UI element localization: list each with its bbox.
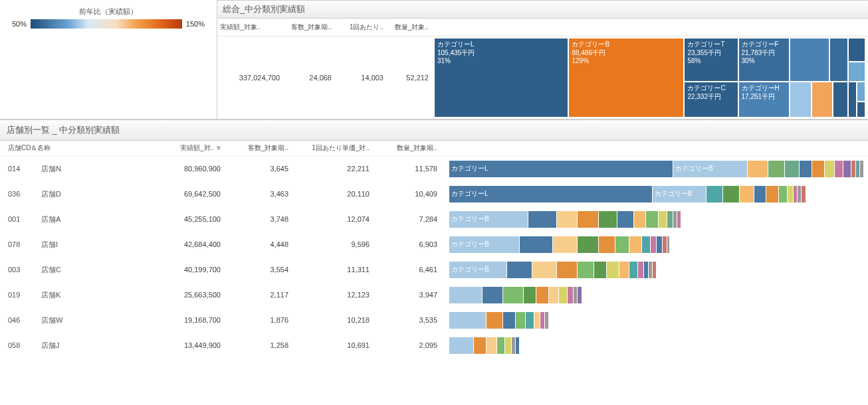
bar-segment[interactable] xyxy=(657,236,663,253)
sort-desc-icon[interactable]: ≡ xyxy=(217,144,221,151)
bar-segment[interactable]: カテゴリーL xyxy=(449,161,673,177)
bar-segment[interactable] xyxy=(526,312,534,329)
head-amount[interactable]: 実績額_対..≡ xyxy=(161,143,229,153)
treemap-cell[interactable] xyxy=(848,82,857,118)
bar-segment[interactable]: カテゴリーL xyxy=(449,186,653,202)
treemap-cell[interactable]: カテゴリーT23,355千円58% xyxy=(684,38,738,82)
bar-segment[interactable] xyxy=(516,312,526,329)
bar-segment[interactable] xyxy=(748,161,768,177)
treemap-cell[interactable]: カテゴリーB88,486千円129% xyxy=(568,38,684,118)
head-cd[interactable]: 店舗CD＆名称 xyxy=(0,143,161,153)
treemap-cell[interactable]: カテゴリーH17,251千円 xyxy=(738,82,790,118)
bar-segment[interactable] xyxy=(449,287,483,303)
summary-treemap[interactable]: カテゴリーL105,435千円31%カテゴリーB88,486千円129%カテゴリ… xyxy=(434,38,865,118)
bar-segment[interactable] xyxy=(740,186,754,202)
treemap-cell[interactable]: カテゴリーF21,783千円30% xyxy=(738,38,790,82)
col-customers[interactable]: 客数_対象期.. xyxy=(282,19,334,36)
bar-segment[interactable] xyxy=(800,161,812,177)
store-row[interactable]: 046店舗W19,168,7001,87610,2183,535 xyxy=(0,307,868,333)
store-row[interactable]: 036店舗D69,642,5003,46320,11010,409カテゴリーLカ… xyxy=(0,181,868,206)
col-amount[interactable]: 実績額_対象.. xyxy=(217,19,282,36)
col-qty[interactable]: 数量_対象.. xyxy=(386,19,431,36)
bar-segment[interactable] xyxy=(667,211,673,228)
col-unitprice[interactable]: 1回あたり.. xyxy=(334,19,386,36)
bar-segment[interactable]: カテゴリーB xyxy=(653,186,706,202)
store-row[interactable]: 019店舗K25,663,5002,11712,1233,947 xyxy=(0,282,868,307)
bar-segment[interactable]: カテゴリーB xyxy=(449,236,520,253)
store-row[interactable]: 058店舗J13,449,9001,25810,6912,095 xyxy=(0,333,868,358)
store-stacked-bar[interactable] xyxy=(449,337,864,354)
bar-segment[interactable] xyxy=(653,262,657,278)
bar-segment[interactable] xyxy=(503,312,516,329)
bar-segment[interactable] xyxy=(785,161,800,177)
bar-segment[interactable] xyxy=(532,262,557,278)
bar-segment[interactable] xyxy=(634,211,647,228)
bar-segment[interactable] xyxy=(534,312,540,329)
treemap-cell[interactable] xyxy=(790,38,829,82)
bar-segment[interactable] xyxy=(646,211,659,228)
head-customers[interactable]: 客数_対象期.. xyxy=(229,143,296,153)
bar-segment[interactable] xyxy=(825,161,835,177)
bar-segment[interactable] xyxy=(812,161,825,177)
bar-segment[interactable] xyxy=(779,186,787,202)
bar-segment[interactable] xyxy=(520,236,553,253)
bar-segment[interactable] xyxy=(615,236,630,253)
bar-segment[interactable] xyxy=(788,186,794,202)
bar-segment[interactable] xyxy=(768,161,785,177)
bar-segment[interactable] xyxy=(557,262,578,278)
bar-segment[interactable] xyxy=(505,337,511,354)
bar-segment[interactable] xyxy=(578,262,594,278)
bar-segment[interactable] xyxy=(449,337,474,354)
bar-segment[interactable] xyxy=(651,236,657,253)
bar-segment[interactable] xyxy=(536,287,549,303)
bar-segment[interactable]: カテゴリーB xyxy=(673,161,748,177)
bar-segment[interactable] xyxy=(549,287,560,303)
bar-segment[interactable] xyxy=(487,312,503,329)
bar-segment[interactable] xyxy=(578,211,598,228)
store-stacked-bar[interactable]: カテゴリーLカテゴリーB xyxy=(449,186,864,202)
store-stacked-bar[interactable] xyxy=(449,312,864,329)
bar-segment[interactable] xyxy=(677,211,681,228)
treemap-cell[interactable] xyxy=(833,82,848,118)
bar-segment[interactable]: カテゴリーB xyxy=(449,262,507,278)
store-stacked-bar[interactable]: カテゴリーB xyxy=(449,211,864,228)
bar-segment[interactable] xyxy=(835,161,843,177)
bar-segment[interactable] xyxy=(638,262,644,278)
bar-segment[interactable] xyxy=(497,337,505,354)
store-row[interactable]: 014店舗N80,960,9003,64522,21111,578カテゴリーLカ… xyxy=(0,156,868,181)
bar-segment[interactable] xyxy=(528,211,558,228)
bar-segment[interactable] xyxy=(619,262,630,278)
bar-segment[interactable] xyxy=(449,312,487,329)
treemap-cell[interactable] xyxy=(812,82,833,118)
treemap-cell[interactable]: カテゴリーL105,435千円31% xyxy=(434,38,568,118)
store-stacked-bar[interactable]: カテゴリーB xyxy=(449,262,864,278)
treemap-cell[interactable] xyxy=(857,102,865,118)
bar-segment[interactable] xyxy=(766,186,779,202)
bar-segment[interactable] xyxy=(568,287,574,303)
bar-segment[interactable] xyxy=(607,262,619,278)
treemap-cell[interactable] xyxy=(829,38,848,82)
bar-segment[interactable] xyxy=(507,262,532,278)
bar-segment[interactable] xyxy=(754,186,767,202)
treemap-cell[interactable] xyxy=(790,82,811,118)
bar-segment[interactable] xyxy=(629,236,642,253)
bar-segment[interactable] xyxy=(860,161,864,177)
bar-segment[interactable] xyxy=(503,287,524,303)
treemap-cell[interactable] xyxy=(848,62,865,82)
bar-segment[interactable] xyxy=(545,312,549,329)
head-unitprice[interactable]: 1回あたり単価_対.. xyxy=(296,143,378,153)
bar-segment[interactable] xyxy=(599,236,615,253)
head-qty[interactable]: 数量_対象期.. xyxy=(378,143,445,153)
store-stacked-bar[interactable]: カテゴリーLカテゴリーB xyxy=(449,161,864,177)
treemap-cell[interactable]: カテゴリーC22,332千円 xyxy=(684,82,738,118)
bar-segment[interactable] xyxy=(629,262,637,278)
bar-segment[interactable] xyxy=(487,337,497,354)
treemap-cell[interactable] xyxy=(857,82,865,102)
bar-segment[interactable] xyxy=(617,211,634,228)
bar-segment[interactable]: カテゴリーB xyxy=(449,211,528,228)
bar-segment[interactable] xyxy=(802,186,806,202)
bar-segment[interactable] xyxy=(667,236,670,253)
store-stacked-bar[interactable]: カテゴリーB xyxy=(449,236,864,253)
bar-segment[interactable] xyxy=(483,287,503,303)
treemap-cell[interactable] xyxy=(848,38,865,62)
